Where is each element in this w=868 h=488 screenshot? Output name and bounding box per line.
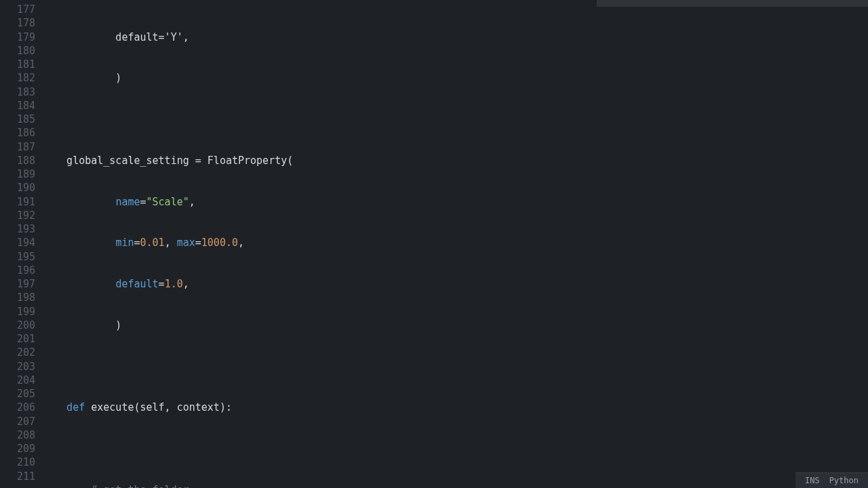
code-area[interactable]: default='Y', ) global_scale_setting = Fl… bbox=[42, 3, 868, 488]
line-number-gutter: 177 178 179 180 181 182 183 184 185 186 … bbox=[0, 3, 42, 488]
line-number: 181 bbox=[0, 58, 35, 71]
line-number: 193 bbox=[0, 222, 35, 236]
line-number: 197 bbox=[0, 277, 35, 291]
line-number: 192 bbox=[0, 209, 35, 222]
line-number: 207 bbox=[0, 415, 35, 428]
code-line[interactable]: default='Y', bbox=[42, 30, 868, 44]
line-number: 188 bbox=[0, 154, 35, 167]
code-line[interactable] bbox=[42, 360, 868, 373]
line-number: 206 bbox=[0, 401, 35, 414]
code-line[interactable]: global_scale_setting = FloatProperty( bbox=[42, 154, 868, 167]
line-number: 187 bbox=[0, 140, 35, 154]
status-bar: INS Python bbox=[795, 472, 868, 488]
code-line[interactable]: def execute(self, context): bbox=[42, 401, 868, 414]
code-line[interactable]: ) bbox=[42, 71, 868, 85]
line-number: 205 bbox=[0, 387, 35, 401]
line-number: 198 bbox=[0, 291, 35, 304]
line-number: 178 bbox=[0, 16, 35, 30]
line-number: 185 bbox=[0, 113, 35, 126]
line-number: 200 bbox=[0, 319, 35, 332]
code-editor[interactable]: 177 178 179 180 181 182 183 184 185 186 … bbox=[0, 0, 868, 488]
line-number: 190 bbox=[0, 181, 35, 195]
line-number: 184 bbox=[0, 99, 35, 113]
line-number: 191 bbox=[0, 195, 35, 209]
line-number: 186 bbox=[0, 126, 35, 140]
line-number: 182 bbox=[0, 71, 35, 85]
code-line[interactable] bbox=[42, 113, 868, 126]
line-number: 177 bbox=[0, 3, 35, 16]
line-number: 196 bbox=[0, 264, 35, 277]
status-language[interactable]: Python bbox=[829, 476, 859, 485]
line-number: 208 bbox=[0, 428, 35, 442]
line-number: 180 bbox=[0, 44, 35, 58]
status-insert-mode: INS bbox=[805, 476, 820, 485]
line-number: 199 bbox=[0, 305, 35, 319]
line-number: 211 bbox=[0, 470, 35, 483]
line-number: 209 bbox=[0, 442, 35, 455]
line-number: 183 bbox=[0, 85, 35, 99]
code-line[interactable]: ) bbox=[42, 319, 868, 332]
line-number: 179 bbox=[0, 30, 35, 44]
line-number: 203 bbox=[0, 360, 35, 373]
code-line[interactable]: min=0.01, max=1000.0, bbox=[42, 236, 868, 249]
line-number: 195 bbox=[0, 250, 35, 264]
line-number: 194 bbox=[0, 236, 35, 249]
line-number: 189 bbox=[0, 167, 35, 181]
line-number: 202 bbox=[0, 346, 35, 359]
line-number: 204 bbox=[0, 373, 35, 387]
code-line[interactable] bbox=[42, 442, 868, 455]
line-number: 210 bbox=[0, 455, 35, 469]
line-number: 201 bbox=[0, 332, 35, 346]
code-line[interactable]: name="Scale", bbox=[42, 195, 868, 209]
code-line[interactable]: # get the folder bbox=[42, 483, 868, 488]
window-top-strip bbox=[597, 0, 868, 7]
code-line[interactable]: default=1.0, bbox=[42, 277, 868, 291]
